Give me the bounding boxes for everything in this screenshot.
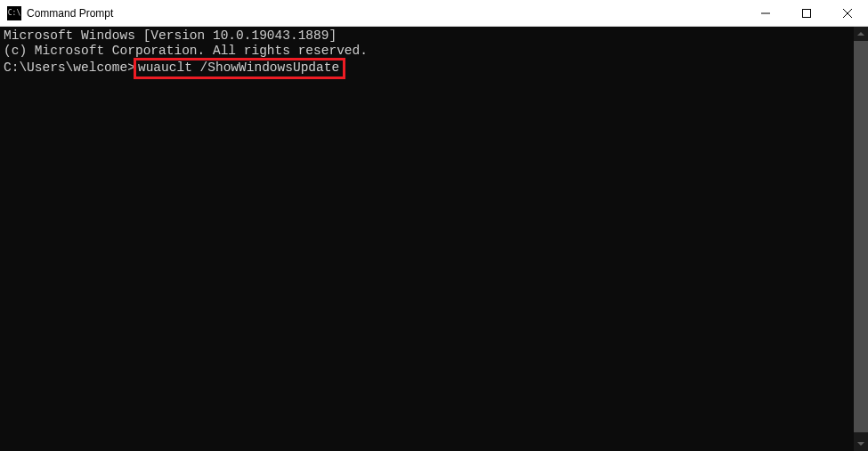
terminal-content[interactable]: Microsoft Windows [Version 10.0.19043.18…	[0, 27, 854, 451]
svg-marker-4	[857, 32, 864, 36]
scroll-thumb[interactable]	[854, 41, 868, 432]
app-icon: C:\	[7, 6, 21, 20]
highlighted-command: wuauclt /ShowWindowsUpdate	[134, 58, 345, 79]
window-title: Command Prompt	[27, 7, 745, 20]
maximize-button[interactable]	[786, 0, 827, 26]
terminal-line-version: Microsoft Windows [Version 10.0.19043.18…	[4, 28, 850, 44]
terminal-line-copyright: (c) Microsoft Corporation. All rights re…	[4, 44, 850, 59]
scroll-down-button[interactable]	[854, 437, 868, 451]
scroll-up-button[interactable]	[854, 27, 868, 41]
terminal-area[interactable]: Microsoft Windows [Version 10.0.19043.18…	[0, 27, 868, 451]
svg-marker-5	[857, 442, 864, 446]
titlebar[interactable]: C:\ Command Prompt	[0, 0, 868, 27]
chevron-down-icon	[857, 442, 864, 446]
app-icon-text: C:\	[8, 10, 20, 17]
chevron-up-icon	[857, 32, 864, 36]
terminal-command: wuauclt /ShowWindowsUpdate	[138, 60, 339, 75]
svg-rect-1	[803, 9, 811, 17]
terminal-prompt-line: C:\Users\welcome>wuauclt /ShowWindowsUpd…	[4, 58, 850, 79]
maximize-icon	[802, 9, 811, 18]
minimize-button[interactable]	[745, 0, 786, 26]
close-icon	[843, 9, 852, 18]
terminal-prompt: C:\Users\welcome>	[4, 60, 135, 75]
window-controls	[745, 0, 868, 26]
minimize-icon	[761, 9, 770, 18]
vertical-scrollbar[interactable]	[854, 27, 868, 451]
close-button[interactable]	[827, 0, 868, 26]
